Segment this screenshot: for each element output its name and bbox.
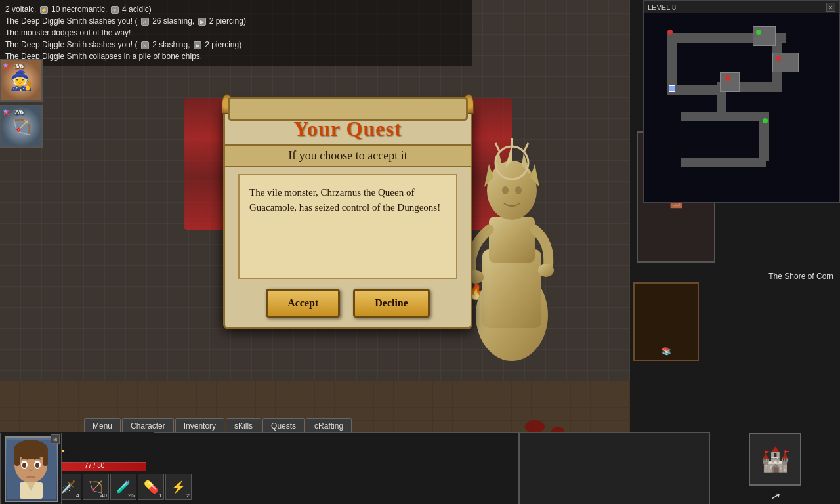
- quest-scroll: Your Quest If you choose to accept it Th…: [223, 105, 472, 329]
- bookshelf: 📚: [633, 282, 699, 361]
- quest-content: The vile monster, Chrzarnus the Queen of…: [238, 174, 457, 279]
- map-room-1: [753, 26, 776, 46]
- log-line-1: 2 voltaic, ⚡ 10 necromantic, ☣ 4 acidic): [5, 3, 467, 15]
- map-room-2: [772, 52, 799, 72]
- tab-skills[interactable]: sKills: [226, 418, 261, 433]
- log-line-3: The monster dodges out of the way!: [5, 27, 467, 39]
- decline-button[interactable]: Decline: [353, 289, 430, 318]
- svg-rect-21: [43, 450, 48, 466]
- equip-count-6: 2: [186, 492, 190, 499]
- equip-count-4: 25: [128, 492, 135, 499]
- minimap-close[interactable]: ×: [826, 3, 835, 12]
- party-hp-1: 3/6: [14, 62, 24, 70]
- party-member-1[interactable]: 🧙 ✕ ★ 3/6: [0, 59, 43, 102]
- quest-dialog: Your Quest If you choose to accept it Th…: [223, 105, 472, 329]
- map-enemy-3: [725, 75, 730, 81]
- bottom-bar: 💰 28501 DIGEST 77 / 80 ⚒️ ? SHIFT 15 🗡️ …: [0, 432, 840, 504]
- star-icon-1: ★: [3, 62, 9, 69]
- portrait-expand-btn[interactable]: ⊞: [51, 434, 60, 444]
- portrait-frame: [5, 436, 58, 502]
- map-corridor-h3: [667, 85, 720, 95]
- right-abilities: 🏰: [749, 433, 801, 486]
- scroll-rod-left: [222, 94, 232, 114]
- svg-point-13: [502, 186, 509, 194]
- map-corridor-v4: [759, 121, 769, 161]
- quest-buttons: Accept Decline: [238, 279, 457, 321]
- character-portrait[interactable]: ⊞: [0, 433, 62, 504]
- accept-button[interactable]: Accept: [266, 289, 340, 318]
- right-panel: 🏰 ↗: [709, 432, 840, 504]
- log-line-5: The Deep Diggle Smith collapses in a pil…: [5, 51, 467, 62]
- pierce-icon-1: ▶: [198, 18, 206, 26]
- blood-spot: [525, 420, 545, 433]
- quest-subtitle: If you choose to accept it: [225, 144, 471, 167]
- map-corridor-v2: [667, 33, 677, 85]
- map-room-3: [720, 72, 740, 92]
- svg-point-14: [515, 186, 522, 194]
- combat-log: 2 voltaic, ⚡ 10 necromantic, ☣ 4 acidic)…: [0, 0, 472, 66]
- equip-slot-3[interactable]: 🏹 40: [83, 474, 109, 500]
- map-enemy-2: [776, 56, 781, 61]
- svg-point-16: [538, 264, 554, 277]
- map-corridor-h5: [717, 112, 769, 121]
- map-npc-2: [763, 118, 768, 123]
- tab-character[interactable]: Character: [122, 418, 174, 433]
- nav-tabs: Menu Character Inventory sKills Quests c…: [84, 418, 352, 433]
- location-label: The Shore of Corn: [768, 272, 833, 281]
- slash-icon-1: ⚔: [141, 18, 149, 26]
- quest-body-text: The vile monster, Chrzarnus the Queen of…: [249, 187, 440, 213]
- map-npc-1: [756, 30, 761, 35]
- equip-count-3: 40: [100, 492, 107, 499]
- equip-slot-5[interactable]: 💊 1: [138, 474, 164, 500]
- equip-icon-2: 🗡️: [61, 480, 75, 494]
- quest-title: Your Quest: [238, 117, 457, 141]
- equip-slot-6[interactable]: ⚡ 2: [165, 474, 192, 500]
- minimap-header: LEVEL 8 ×: [644, 1, 839, 13]
- necromantic-icon: ⚡: [40, 6, 48, 14]
- party-member-2[interactable]: 🏹 ✕ ★ 2/6: [0, 105, 43, 148]
- minimap: LEVEL 8 ×: [643, 0, 840, 203]
- star-icon-2: ★: [3, 108, 9, 115]
- tab-inventory[interactable]: Inventory: [175, 418, 224, 433]
- party-hp-2: 2/6: [14, 108, 24, 116]
- pierce-icon-2: ▶: [194, 41, 201, 49]
- health-text: 77 / 80: [85, 462, 105, 469]
- tab-crafting[interactable]: cRafting: [306, 418, 352, 433]
- log-line-4: The Deep Diggle Smith slashes you! ( ⚔ 2…: [5, 39, 467, 51]
- equip-count-2: 4: [76, 492, 79, 499]
- minimap-level: LEVEL 8: [648, 3, 676, 11]
- svg-line-12: [524, 143, 528, 152]
- tab-menu[interactable]: Menu: [84, 418, 121, 433]
- party-panel: 🧙 ✕ ★ 3/6 🏹 ✕ ★ 2/6: [0, 59, 46, 151]
- map-content: [654, 20, 818, 197]
- acidic-icon: ☣: [111, 6, 119, 14]
- svg-point-3: [487, 161, 537, 220]
- scroll-rod-right: [463, 94, 474, 114]
- svg-rect-20: [14, 450, 20, 466]
- equip-slot-4[interactable]: 🧪 25: [110, 474, 136, 500]
- svg-point-25: [35, 463, 39, 468]
- equip-icon-5: 💊: [144, 480, 158, 494]
- tab-quests[interactable]: Quests: [262, 418, 304, 433]
- right-ability-slot-1[interactable]: 🏰: [749, 433, 801, 486]
- character-face-svg: [7, 440, 56, 499]
- map-corridor-h6: [681, 158, 766, 167]
- cursor-indicator: ↗: [768, 488, 782, 504]
- svg-rect-2: [489, 217, 535, 262]
- svg-point-24: [22, 463, 26, 468]
- equip-icon-6: ⚡: [171, 480, 186, 494]
- map-enemy-1: [667, 30, 673, 35]
- equip-count-5: 1: [159, 492, 162, 499]
- svg-line-11: [495, 143, 500, 152]
- minimap-canvas: [644, 13, 839, 201]
- map-player: [669, 85, 675, 92]
- slash-icon-2: ⚔: [141, 41, 149, 49]
- log-line-2: The Deep Diggle Smith slashes you! ( ⚔ 2…: [5, 15, 467, 27]
